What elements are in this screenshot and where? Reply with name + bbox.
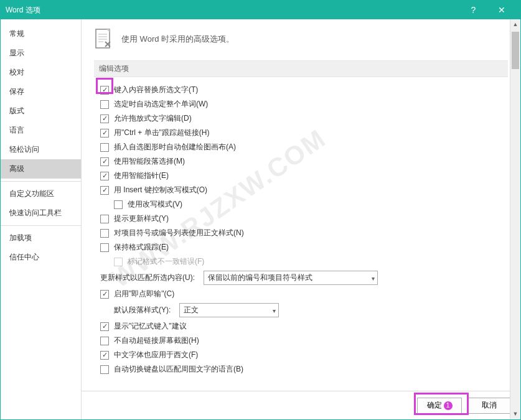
default-para-label: 默认段落样式(Y): (114, 305, 171, 315)
option-row: 插入自选图形时自动创建绘图画布(A) (100, 142, 508, 152)
footer: 确定1 取消 (82, 391, 520, 419)
sidebar-item-quick-access[interactable]: 快速访问工具栏 (1, 203, 81, 223)
help-button[interactable]: ? (459, 5, 487, 15)
checkbox[interactable] (100, 129, 109, 138)
checkbox[interactable] (100, 100, 109, 109)
checkbox[interactable] (100, 186, 109, 195)
option-label[interactable]: 不自动超链接屏幕截图(H) (114, 335, 199, 346)
sidebar-item-advanced[interactable]: 高级 (1, 159, 81, 179)
option-row: 不自动超链接屏幕截图(H) (100, 335, 508, 346)
annotation-badge: 1 (444, 401, 453, 410)
document-icon (94, 28, 114, 50)
checkbox[interactable] (100, 365, 109, 374)
option-label[interactable]: 用"Ctrl + 单击"跟踪超链接(H) (114, 128, 210, 138)
checkbox (114, 258, 123, 266)
option-row: 显示"记忆式键入"建议 (100, 321, 508, 332)
sidebar-item-trust[interactable]: 信任中心 (1, 248, 81, 267)
option-row: 提示更新样式(Y) (100, 213, 508, 224)
option-row: 用 Insert 键控制改写模式(O) (100, 185, 508, 195)
option-label[interactable]: 提示更新样式(Y) (114, 213, 169, 224)
header-text: 使用 Word 时采用的高级选项。 (121, 34, 234, 45)
close-button[interactable]: ✕ (487, 5, 515, 15)
options-dialog: Word 选项 ? ✕ 常规 显示 校对 保存 版式 语言 轻松访问 高级 自定… (0, 0, 521, 420)
header-row: 使用 Word 时采用的高级选项。 (94, 28, 508, 50)
option-row: 用"Ctrl + 单击"跟踪超链接(H) (100, 128, 508, 138)
sidebar-item-language[interactable]: 语言 (1, 121, 81, 140)
scroll-down-button[interactable]: ▼ (510, 409, 520, 419)
option-label[interactable]: 使用智能段落选择(M) (114, 156, 185, 167)
sidebar-item-proofing[interactable]: 校对 (1, 63, 81, 82)
scroll-thumb[interactable] (512, 32, 519, 69)
option-row: 标记格式不一致错误(F) (114, 256, 508, 267)
option-row: 中文字体也应用于西文(F) (100, 350, 508, 360)
option-label[interactable]: 显示"记忆式键入"建议 (114, 321, 187, 332)
separator (1, 225, 81, 226)
checkbox[interactable] (100, 157, 109, 166)
checkbox[interactable] (100, 114, 109, 123)
separator (1, 181, 81, 182)
option-row: 对项目符号或编号列表使用正文样式(N) (100, 228, 508, 238)
sidebar-item-save[interactable]: 保存 (1, 82, 81, 101)
checkbox[interactable] (100, 243, 109, 252)
sidebar-item-general[interactable]: 常规 (1, 24, 81, 44)
option-label[interactable]: 选定时自动选定整个单词(W) (114, 99, 208, 110)
checkbox[interactable] (100, 229, 109, 238)
titlebar: Word 选项 ? ✕ (1, 1, 520, 19)
option-label[interactable]: 使用改写模式(V) (128, 199, 182, 210)
sidebar-item-layout[interactable]: 版式 (1, 101, 81, 121)
window-title: Word 选项 (6, 5, 459, 16)
cancel-button[interactable]: 取消 (467, 398, 512, 414)
option-row: 使用智能指针(E) (100, 170, 508, 181)
option-row: 选定时自动选定整个单词(W) (100, 99, 508, 110)
option-row: 键入内容替换所选文字(T) (100, 85, 508, 95)
option-row: 允许拖放式文字编辑(D) (100, 113, 508, 124)
option-label[interactable]: 用 Insert 键控制改写模式(O) (114, 185, 207, 195)
main-scroll: 使用 Word 时采用的高级选项。 编辑选项 键入内容替换所选文字(T)选定时自… (82, 19, 520, 391)
section-editing: 编辑选项 (94, 60, 508, 77)
style-update-dropdown[interactable]: 保留以前的编号和项目符号样式 (204, 271, 378, 285)
style-update-row: 更新样式以匹配所选内容(U): 保留以前的编号和项目符号样式 (100, 271, 508, 285)
style-update-label: 更新样式以匹配所选内容(U): (100, 273, 195, 283)
checkbox[interactable] (114, 200, 123, 209)
default-para-row: 默认段落样式(Y): 正文 (114, 303, 508, 317)
checkbox[interactable] (100, 143, 109, 152)
click-type-label[interactable]: 启用"即点即输"(C) (114, 289, 174, 299)
vertical-scrollbar[interactable]: ▲ ▼ (510, 19, 520, 419)
default-para-dropdown[interactable]: 正文 (179, 303, 279, 317)
option-row: 保持格式跟踪(E) (100, 242, 508, 253)
option-row: 自动切换键盘以匹配周围文字的语言(B) (100, 364, 508, 375)
option-label[interactable]: 键入内容替换所选文字(T) (114, 85, 198, 95)
sidebar-item-addins[interactable]: 加载项 (1, 228, 81, 248)
option-row: 使用智能段落选择(M) (100, 156, 508, 167)
checkbox[interactable] (100, 337, 109, 345)
content: 常规 显示 校对 保存 版式 语言 轻松访问 高级 自定义功能区 快速访问工具栏… (1, 19, 520, 419)
click-type-row: 启用"即点即输"(C) (100, 289, 508, 299)
ok-button[interactable]: 确定1 (417, 398, 462, 414)
checkbox[interactable] (100, 172, 109, 180)
option-label[interactable]: 自动切换键盘以匹配周围文字的语言(B) (114, 364, 243, 375)
option-label[interactable]: 保持格式跟踪(E) (114, 242, 169, 253)
option-row: 使用改写模式(V) (114, 199, 508, 210)
checkbox[interactable] (100, 86, 109, 95)
scroll-up-button[interactable]: ▲ (510, 19, 520, 30)
option-label[interactable]: 插入自选图形时自动创建绘图画布(A) (114, 142, 236, 152)
checkbox[interactable] (100, 351, 109, 360)
option-label[interactable]: 允许拖放式文字编辑(D) (114, 113, 192, 124)
option-label[interactable]: 对项目符号或编号列表使用正文样式(N) (114, 228, 244, 238)
sidebar-item-display[interactable]: 显示 (1, 44, 81, 63)
checkbox[interactable] (100, 215, 109, 223)
main-panel: 使用 Word 时采用的高级选项。 编辑选项 键入内容替换所选文字(T)选定时自… (82, 19, 520, 419)
option-label: 标记格式不一致错误(F) (128, 256, 204, 267)
option-label[interactable]: 使用智能指针(E) (114, 170, 169, 181)
checkbox-click-type[interactable] (100, 290, 109, 299)
checkbox[interactable] (100, 322, 109, 331)
sidebar-item-ease[interactable]: 轻松访问 (1, 140, 81, 159)
sidebar-item-customize-ribbon[interactable]: 自定义功能区 (1, 184, 81, 203)
option-label[interactable]: 中文字体也应用于西文(F) (114, 350, 198, 360)
sidebar: 常规 显示 校对 保存 版式 语言 轻松访问 高级 自定义功能区 快速访问工具栏… (1, 19, 82, 419)
